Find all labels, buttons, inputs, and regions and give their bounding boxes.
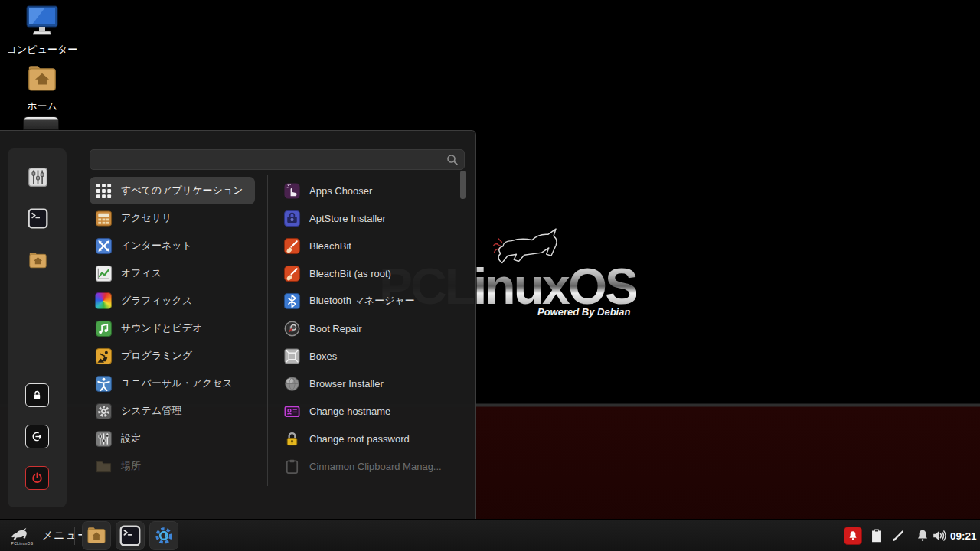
category-list: すべてのアプリケーションアクセサリインターネットオフィスグラフィックスサウンドと… — [90, 177, 255, 480]
search-icon — [446, 153, 459, 170]
change-password-icon — [283, 429, 301, 448]
category-item-label: インターネット — [121, 239, 192, 253]
notification-alert-button[interactable] — [844, 527, 862, 545]
change-hostname-icon — [283, 402, 301, 420]
favorite-settings-button[interactable] — [28, 167, 48, 187]
shutdown-button[interactable] — [25, 466, 49, 490]
category-item-label: オフィス — [121, 266, 162, 280]
paintbrush-tray-icon[interactable] — [890, 527, 906, 544]
browser-installer-icon — [283, 374, 301, 393]
app-item[interactable]: Browser Installer — [278, 370, 396, 397]
app-item-label: BleachBit (as root) — [309, 268, 391, 279]
app-item-label: Boot Repair — [309, 323, 362, 334]
desktop-icon-home[interactable]: ホーム — [5, 64, 79, 113]
category-item[interactable]: 設定 — [90, 425, 153, 452]
category-item[interactable]: すべてのアプリケーション — [90, 177, 255, 204]
app-item[interactable]: BleachBit — [278, 232, 364, 259]
desktop-icon-computer[interactable]: コンピューター — [5, 5, 79, 57]
app-item[interactable]: AptStore Installer — [278, 204, 398, 232]
home-folder-icon — [28, 250, 48, 271]
category-item[interactable]: アクセサリ — [90, 204, 185, 232]
app-item[interactable]: Apps Chooser — [278, 177, 384, 204]
settings-sliders-gray-icon — [94, 429, 113, 448]
app-item-label: Change hostname — [309, 406, 390, 417]
apps-chooser-icon — [283, 181, 301, 200]
category-item-label: アクセサリ — [121, 211, 172, 225]
app-item[interactable]: BleachBit (as root) — [278, 259, 403, 287]
terminal-icon — [28, 208, 48, 229]
app-item[interactable]: Boot Repair — [278, 315, 374, 342]
category-item[interactable]: インターネット — [90, 232, 204, 259]
app-item-label: Cinnamon Clipboard Manag... — [309, 461, 442, 472]
category-item[interactable]: サウンドとビデオ — [90, 315, 214, 342]
volume-tray-icon[interactable] — [931, 527, 948, 544]
lock-screen-button[interactable] — [25, 383, 49, 407]
app-item-label: Browser Installer — [309, 378, 384, 390]
category-item[interactable]: プログラミング — [90, 342, 204, 370]
app-item-label: Bluetooth マネージャー — [309, 294, 415, 308]
clipboard-tray-icon[interactable] — [868, 527, 885, 544]
category-item[interactable]: オフィス — [90, 259, 174, 287]
category-item-label: システム管理 — [121, 404, 181, 418]
desktop: PCLinuxOS Powered By Debian コンピューター ホーム — [0, 0, 980, 551]
clock[interactable]: 09:21 — [950, 520, 977, 551]
notifications-tray-icon[interactable] — [914, 527, 931, 544]
logout-button[interactable] — [25, 425, 49, 448]
settings-sliders-icon — [28, 167, 48, 187]
menu-logo-text: PCLinuxOS — [11, 541, 34, 546]
app-item-label: AptStore Installer — [309, 213, 386, 224]
desktop-icon-partial[interactable] — [23, 116, 59, 130]
category-item-label: サウンドとビデオ — [121, 321, 202, 335]
computer-icon — [24, 5, 60, 37]
accessories-icon — [94, 209, 113, 227]
app-item[interactable]: Bluetooth マネージャー — [278, 287, 427, 315]
category-item[interactable]: システム管理 — [90, 397, 194, 425]
office-icon — [94, 264, 113, 282]
terminal-icon — [119, 525, 141, 546]
lock-screen-icon — [31, 389, 44, 402]
bleachbit-icon — [283, 264, 301, 282]
category-item[interactable]: 場所 — [90, 452, 153, 480]
app-list-scrollbar[interactable] — [460, 171, 466, 199]
sound-video-icon — [94, 319, 113, 337]
application-list: Apps ChooserAptStore InstallerBleachBitB… — [278, 177, 454, 480]
app-item-label: Boxes — [309, 350, 337, 362]
graphics-icon — [94, 292, 113, 310]
category-item[interactable]: グラフィックス — [90, 287, 204, 315]
shutdown-icon — [31, 471, 44, 484]
app-item[interactable]: Cinnamon Clipboard Manag... — [278, 452, 454, 480]
cinnamon-gear-icon — [153, 525, 175, 546]
aptstore-icon — [283, 209, 301, 227]
menu-search — [90, 149, 465, 170]
logout-icon — [31, 430, 44, 443]
bell-icon — [847, 530, 859, 542]
favorite-home-button[interactable] — [28, 250, 48, 271]
launcher-cinnamon-settings[interactable] — [149, 521, 178, 550]
pclinuxos-bull-logo-icon: PCLinuxOS — [9, 527, 35, 546]
menu-search-input[interactable] — [90, 150, 464, 169]
clipboard-icon — [283, 457, 301, 475]
boxes-icon — [283, 347, 301, 365]
launcher-files-home[interactable] — [82, 521, 111, 550]
category-item-label: グラフィックス — [121, 294, 192, 308]
app-item[interactable]: Change hostname — [278, 397, 403, 425]
favorite-terminal-button[interactable] — [28, 208, 48, 229]
all-apps-grid-icon — [94, 181, 113, 200]
category-item-label: 設定 — [121, 432, 141, 445]
wallpaper-tagline: Powered By Debian — [537, 306, 630, 318]
internet-icon — [94, 236, 113, 255]
category-item-label: すべてのアプリケーション — [121, 184, 243, 197]
desktop-icon-label: コンピューター — [5, 43, 79, 57]
app-item[interactable]: Boxes — [278, 342, 349, 370]
category-item[interactable]: ユニバーサル・アクセス — [90, 370, 245, 397]
menu-favorites-panel — [8, 148, 67, 507]
bluetooth-icon — [283, 292, 301, 310]
desktop-icon-label: ホーム — [5, 99, 79, 113]
app-item-label: Change root password — [309, 433, 410, 445]
bleachbit-icon — [283, 236, 301, 255]
app-item-label: BleachBit — [309, 240, 351, 252]
launcher-terminal[interactable] — [116, 521, 145, 550]
app-item[interactable]: Change root password — [278, 425, 422, 452]
programming-icon — [94, 347, 113, 365]
universal-access-icon — [94, 374, 113, 393]
